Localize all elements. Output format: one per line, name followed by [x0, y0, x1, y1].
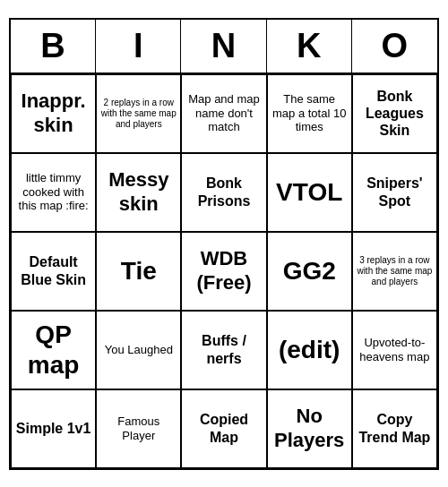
- bingo-cell: VTOL: [267, 153, 352, 232]
- bingo-cell: Copied Map: [181, 389, 266, 468]
- bingo-cell: Tie: [96, 232, 181, 311]
- header-letter: K: [267, 20, 352, 73]
- bingo-cell: GG2: [267, 232, 352, 311]
- bingo-cell: Buffs / nerfs: [181, 311, 266, 389]
- bingo-cell: No Players: [267, 389, 352, 468]
- bingo-cell: little timmy cooked with this map :fire:: [11, 153, 96, 232]
- bingo-cell: WDB (Free): [181, 232, 266, 311]
- bingo-cell: You Laughed: [96, 311, 181, 389]
- bingo-card: BINKO Inappr. skin2 replays in a row wit…: [9, 18, 439, 470]
- bingo-cell: Famous Player: [96, 389, 181, 468]
- bingo-cell: Bonk Prisons: [181, 153, 266, 232]
- bingo-cell: QP map: [11, 311, 96, 389]
- bingo-cell: Snipers' Spot: [352, 153, 437, 232]
- bingo-cell: Map and map name don't match: [181, 74, 266, 153]
- bingo-cell: Copy Trend Map: [352, 389, 437, 468]
- bingo-grid: Inappr. skin2 replays in a row with the …: [11, 74, 437, 468]
- bingo-header: BINKO: [11, 20, 437, 74]
- header-letter: O: [352, 20, 437, 73]
- bingo-cell: Simple 1v1: [11, 389, 96, 468]
- bingo-cell: Bonk Leagues Skin: [352, 74, 437, 153]
- bingo-cell: Messy skin: [96, 153, 181, 232]
- bingo-cell: (edit): [267, 311, 352, 389]
- bingo-cell: Upvoted-to-heavens map: [352, 311, 437, 389]
- header-letter: I: [96, 20, 181, 73]
- header-letter: N: [181, 20, 266, 73]
- bingo-cell: Inappr. skin: [11, 74, 96, 153]
- bingo-cell: 2 replays in a row with the same map and…: [96, 74, 181, 153]
- header-letter: B: [11, 20, 96, 73]
- bingo-cell: 3 replays in a row with the same map and…: [352, 232, 437, 311]
- bingo-cell: Default Blue Skin: [11, 232, 96, 311]
- bingo-cell: The same map a total 10 times: [267, 74, 352, 153]
